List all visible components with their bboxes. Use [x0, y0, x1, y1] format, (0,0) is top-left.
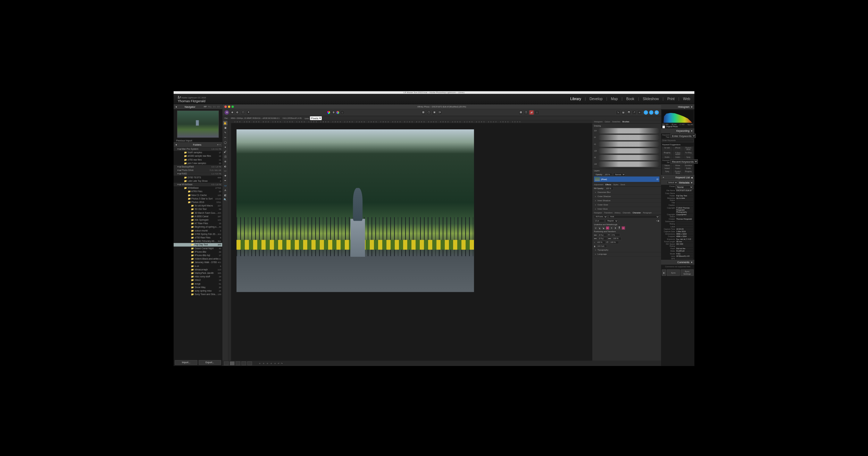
positioning-section[interactable]: Positioning and Transform — [592, 230, 661, 233]
fx-outer-shadow[interactable]: Outer Shadow — [592, 194, 661, 198]
zoom-tool-icon[interactable]: 🔍 — [223, 198, 227, 202]
tab-colour[interactable]: Colour — [604, 121, 610, 123]
original-photo-check[interactable] — [662, 125, 665, 128]
folder-item[interactable]: 📁 k-on6 — [174, 264, 222, 268]
histogram-display[interactable] — [662, 110, 693, 123]
folder-item[interactable]: 📁 New C1 Cache125 — [174, 193, 222, 197]
folders-header[interactable]: ▼Folders+ − — [174, 142, 222, 147]
canvas-area[interactable]: 200 400 600 800 1000 1200 1400 1600 1800… — [228, 120, 592, 363]
keyword-list-header[interactable]: +Keyword List◀ — [661, 175, 694, 180]
folder-item[interactable]: 📁 A7RII Files20 — [174, 190, 222, 193]
people-view-btn[interactable] — [247, 361, 252, 365]
document-canvas[interactable] — [236, 129, 474, 292]
folder-item[interactable]: 📁 Beginning-of-spring-sony40 — [174, 225, 222, 229]
folder-item[interactable]: 📁 Janurary Walk - D700401 — [174, 261, 222, 264]
metadata-header[interactable]: DefaultMetadata▼ — [661, 180, 694, 185]
tab-history[interactable]: History — [615, 212, 620, 214]
folder-item[interactable]: ▾ ◈ Mac Pro System1.3 / 2.1 TB — [174, 147, 222, 151]
units-select[interactable]: Pixels — [310, 116, 322, 120]
fx-gaussian-blur[interactable]: Gaussian Blur — [592, 190, 661, 194]
mask-layer-icon[interactable]: ○ — [649, 110, 653, 115]
no-strike-btn[interactable]: ⊘ — [622, 226, 625, 230]
folder-item[interactable]: 📁 Iridient-Black-and-white31 — [174, 257, 222, 261]
navigator-thumbnail[interactable] — [177, 111, 219, 138]
quick-mask-icon[interactable]: ▢ — [426, 110, 431, 115]
folder-item[interactable]: 📁 A7 Raw Files19 — [174, 222, 222, 225]
develop-persona-icon[interactable]: ◐ — [235, 110, 240, 115]
rating-stars[interactable]: ★ ★ ★ ★ ★ — [259, 362, 277, 365]
folder-item[interactable]: ▾ ◈ RAID1.1 / 5.5 TB — [174, 172, 222, 176]
comments-header[interactable]: Comments▼ — [661, 260, 694, 265]
language-section[interactable]: Language — [592, 252, 661, 256]
clone-brush-icon[interactable]: ⊕ — [223, 160, 227, 164]
font-family[interactable]: Arial — [609, 215, 659, 219]
folder-item[interactable]: 📁 iPhone-Bitz-fuji17 — [174, 254, 222, 257]
selection-brush-icon[interactable]: ◯ — [223, 140, 227, 144]
liquify-persona-icon[interactable]: ◉ — [230, 110, 234, 115]
folders-tree[interactable]: ▾ ◈ Mac Pro System1.3 / 2.1 TB📁 5dsR sam… — [174, 147, 222, 359]
layer-item[interactable]: (Pixel)☑ — [594, 177, 659, 182]
keyword-chip[interactable]: Product Shots — [683, 146, 694, 151]
compare-view-btn[interactable] — [236, 361, 240, 365]
photo-persona-icon[interactable]: ◆ — [224, 110, 229, 115]
folder-item[interactable]: 📁 D700 Spring Feb 2016352 — [174, 233, 222, 236]
keyword-chip[interactable]: Ireland — [662, 167, 672, 170]
assistant-icon[interactable]: ◢▾ — [529, 110, 534, 115]
hscale2-input[interactable] — [596, 241, 605, 244]
folder-item[interactable]: 📁 MarleyPark Jan4th335 — [174, 271, 222, 275]
tab-adjustment[interactable]: Adjustment — [594, 184, 603, 186]
module-library[interactable]: Library — [570, 97, 581, 101]
folder-item[interactable]: 📁 a6300 sample raw files12 — [174, 154, 222, 158]
keyword-chip[interactable]: Dublin — [662, 156, 672, 159]
folder-item[interactable]: 📁 Sony Town and Strap Shoot139 — [174, 293, 222, 296]
tab-character[interactable]: Character — [633, 212, 641, 214]
previous-import[interactable]: Previous Import — [174, 139, 222, 142]
brush-category[interactable]: Drawing — [594, 124, 659, 127]
decoration-section[interactable]: Underline and Strikethrough — [592, 223, 661, 226]
folder-item[interactable]: 📁 iPhone-Bitz39 — [174, 250, 222, 254]
export-persona-icon[interactable]: ⬡ — [241, 110, 245, 115]
tab-styles[interactable]: Styles — [613, 184, 618, 186]
module-book[interactable]: Book — [626, 97, 634, 101]
arrange-front-icon[interactable]: ↗ — [632, 110, 636, 115]
folder-item[interactable]: 📁 A 6000 Canal187 — [174, 215, 222, 218]
arrange-back-icon[interactable]: ↘ — [616, 110, 620, 115]
channels-icon[interactable] — [336, 111, 339, 114]
folder-item[interactable]: 📁 sony spring misc24 — [174, 289, 222, 293]
tab-effects[interactable]: Effects — [606, 184, 611, 186]
keyword-chip[interactable]: Dublin — [683, 167, 694, 170]
keyword-chip[interactable]: Blogging — [662, 151, 672, 156]
gradient-tool-icon[interactable]: ◧ — [223, 193, 227, 197]
import-button[interactable]: Import... — [175, 360, 198, 365]
smudge-brush-icon[interactable]: 〰 — [223, 169, 227, 173]
move-tool-icon[interactable]: ▣ — [223, 126, 227, 130]
blend-mode-select[interactable]: Normal — [614, 173, 626, 176]
font-size[interactable] — [594, 219, 604, 222]
brush-preset[interactable]: 128 — [594, 147, 659, 154]
underline2-btn[interactable]: U̲ — [598, 226, 601, 230]
brush-preset[interactable]: 264 — [594, 128, 659, 134]
studio-tabs-top[interactable]: HistogramColourSwatchesBrushes — [592, 120, 661, 124]
vscale-input[interactable] — [610, 241, 619, 244]
close-icon[interactable] — [224, 106, 227, 108]
folder-item[interactable]: 📁 d750 Raw Files8 — [174, 236, 222, 239]
strike2-btn[interactable]: S̶ — [614, 226, 617, 230]
tab-brushes[interactable]: Brushes — [623, 121, 629, 123]
soft-proof-icon[interactable]: ○ — [340, 110, 344, 115]
double-underline-btn[interactable]: U̳ — [602, 226, 606, 230]
fx-inner-shadow[interactable]: Inner Shadow — [592, 198, 661, 203]
color-picker-icon[interactable]: ✎ — [223, 131, 227, 135]
keyword-chip[interactable]: Dublin — [673, 156, 683, 159]
underline-btn[interactable]: U — [594, 226, 598, 230]
keyword-chip[interactable]: Dublin — [673, 167, 683, 170]
tab-navigator[interactable]: Navigator — [594, 212, 602, 214]
tab-stock[interactable]: Stock — [620, 184, 625, 186]
crop-tool-icon[interactable]: ✂ — [223, 136, 227, 140]
leading-input[interactable] — [598, 237, 607, 240]
sync-toggle[interactable]: ◧ — [662, 269, 666, 276]
zoom-1:1[interactable]: 1:1 — [213, 106, 216, 108]
affinity-titlebar[interactable]: Affinity Photo – DSCF1671-Edit.tif [Modi… — [222, 104, 661, 109]
module-web[interactable]: Web — [683, 97, 690, 101]
folder-item[interactable]: 📁 d750 raw files11 — [174, 158, 222, 161]
zoom-1:3[interactable]: 1:3 — [217, 106, 219, 108]
